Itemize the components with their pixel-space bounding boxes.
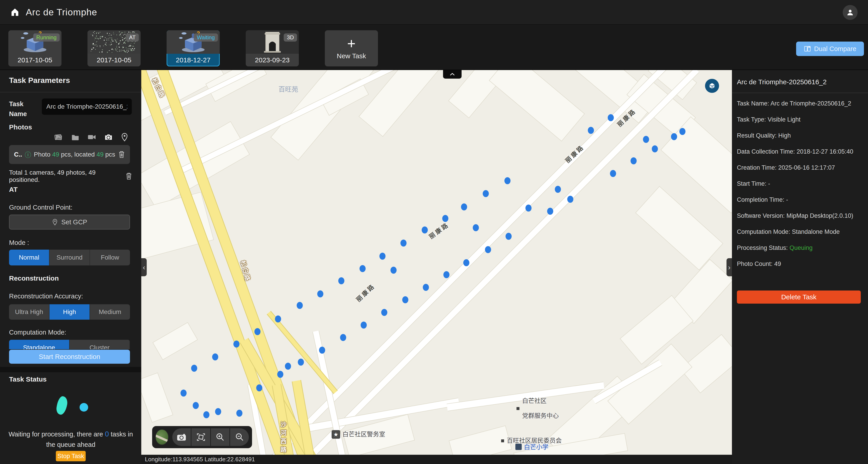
pointcloud-speck (100, 46, 101, 47)
task-card-1[interactable]: ? Running 2017-10-05 (8, 30, 61, 66)
photo-location-dot[interactable] (297, 302, 303, 309)
pointcloud-speck (100, 36, 100, 37)
panel-separator (0, 367, 141, 372)
photo-location-dot[interactable] (680, 128, 686, 135)
photo-location-dot[interactable] (298, 359, 304, 366)
photo-location-dot[interactable] (340, 334, 346, 341)
accuracy-option-high[interactable]: High (50, 304, 90, 320)
photo-location-dot[interactable] (277, 371, 283, 378)
screenshot-button[interactable] (172, 428, 191, 446)
accuracy-option-medium[interactable]: Medium (90, 304, 130, 320)
fit-extent-button[interactable] (191, 428, 210, 446)
photo-location-dot[interactable] (631, 158, 637, 164)
task-date: 2018-12-27 (166, 54, 220, 66)
photo-location-dot[interactable] (317, 291, 323, 298)
photo-location-dot[interactable] (485, 246, 491, 253)
pointcloud-speck (107, 38, 107, 39)
photo-location-dot[interactable] (506, 233, 512, 240)
location-pin-icon[interactable] (121, 133, 128, 141)
delete-task-button[interactable]: Delete Task (737, 291, 861, 304)
mode-option-surround[interactable]: Surround (50, 250, 90, 265)
photo-location-dot[interactable] (360, 265, 366, 272)
photo-location-dot[interactable] (181, 390, 187, 397)
pointcloud-speck (132, 48, 133, 49)
collapse-right-panel-handle[interactable]: › (726, 258, 732, 276)
photo-location-dot[interactable] (215, 408, 221, 415)
mode-option-normal[interactable]: Normal (9, 250, 50, 265)
new-task-button[interactable]: + New Task (325, 30, 378, 66)
trash-icon[interactable] (118, 151, 125, 158)
dual-compare-button[interactable]: Dual Compare (796, 41, 864, 56)
photo-location-dot[interactable] (234, 341, 240, 347)
photo-location-dot[interactable] (608, 114, 614, 121)
photo-location-dot[interactable] (204, 411, 210, 418)
photo-location-dot[interactable] (191, 365, 197, 372)
task-name-input[interactable] (42, 99, 132, 115)
detail-row: Creation Time: 2025-06-16 12:17:07 (737, 163, 863, 172)
photo-location-dot[interactable] (237, 410, 243, 417)
photo-location-dot[interactable] (652, 145, 658, 153)
folder-icon[interactable] (71, 133, 80, 141)
set-gcp-button[interactable]: Set GCP (9, 214, 130, 230)
photo-location-dot[interactable] (391, 267, 397, 274)
photo-location-dot[interactable] (338, 277, 344, 285)
stop-task-button[interactable]: Stop Task (56, 451, 86, 461)
photo-location-dot[interactable] (275, 316, 281, 323)
photo-location-dot[interactable] (254, 328, 260, 335)
collapse-left-panel-handle[interactable]: ‹ (141, 258, 147, 276)
task-card-4[interactable]: 3D 2023-09-23 (246, 30, 299, 66)
mode-option-follow[interactable]: Follow (90, 250, 130, 265)
photo-location-dot[interactable] (588, 127, 594, 134)
photo-location-dot[interactable] (473, 224, 479, 231)
map-canvas[interactable]: 百旺苑丽康路丽康路丽康路丽康路松白路松白路沙河西路★白芒社区警务室白芒社区 党群… (141, 70, 732, 455)
photo-location-dot[interactable] (643, 136, 649, 143)
photo-location-dot[interactable] (443, 271, 450, 278)
start-reconstruction-button[interactable]: Start Reconstruction (9, 350, 130, 364)
photo-location-dot[interactable] (379, 253, 385, 260)
zoom-out-button[interactable] (230, 428, 249, 446)
photo-location-dot[interactable] (212, 354, 218, 361)
comp-mode-option-cluster[interactable]: Cluster (70, 340, 130, 349)
photo-location-dot[interactable] (547, 208, 553, 215)
photo-location-dot[interactable] (442, 215, 448, 222)
comp-mode-option-standalone[interactable]: Standalone (9, 340, 70, 349)
pointcloud-speck (116, 49, 117, 51)
photo-location-dot[interactable] (381, 309, 388, 316)
view-3d-toggle-button[interactable] (705, 79, 719, 93)
photo-location-dot[interactable] (671, 133, 677, 140)
photo-location-dot[interactable] (526, 205, 532, 212)
task-card-3-selected[interactable]: ? Waiting 2018-12-27 (166, 30, 220, 66)
photo-location-dot[interactable] (555, 186, 561, 193)
photo-location-dot[interactable] (567, 196, 574, 203)
photo-location-dot[interactable] (285, 363, 291, 370)
photo-location-dot[interactable] (401, 240, 407, 247)
task-card-2[interactable]: AT 2017-10-05 (88, 30, 141, 66)
photo-location-dot[interactable] (422, 227, 428, 234)
photo-location-dot[interactable] (610, 170, 616, 177)
pointcloud-speck (134, 43, 135, 43)
pointcloud-speck (113, 49, 114, 50)
photo-location-dot[interactable] (483, 190, 489, 197)
photos-label: Photos (9, 123, 32, 131)
pointcloud-speck (108, 39, 109, 39)
home-icon[interactable] (9, 6, 21, 18)
photo-location-dot[interactable] (256, 385, 262, 392)
pointcloud-speck (132, 31, 133, 32)
video-icon[interactable] (88, 134, 96, 140)
basemap-layer-button[interactable] (155, 429, 168, 445)
collapse-strip-button[interactable] (443, 70, 462, 78)
photo-location-dot[interactable] (361, 322, 367, 329)
photo-location-dot[interactable] (504, 177, 510, 184)
gallery-icon[interactable] (54, 133, 63, 141)
trash-icon[interactable] (125, 172, 132, 180)
photo-location-dot[interactable] (461, 203, 467, 210)
photo-location-dot[interactable] (319, 347, 325, 354)
accuracy-option-ultra-high[interactable]: Ultra High (9, 304, 50, 320)
photo-location-dot[interactable] (193, 402, 199, 409)
photo-location-dot[interactable] (423, 284, 429, 291)
photo-location-dot[interactable] (463, 259, 469, 266)
camera-icon[interactable] (104, 133, 113, 141)
user-avatar-icon[interactable] (843, 5, 858, 20)
zoom-in-button[interactable] (211, 428, 230, 446)
photo-location-dot[interactable] (402, 296, 408, 303)
